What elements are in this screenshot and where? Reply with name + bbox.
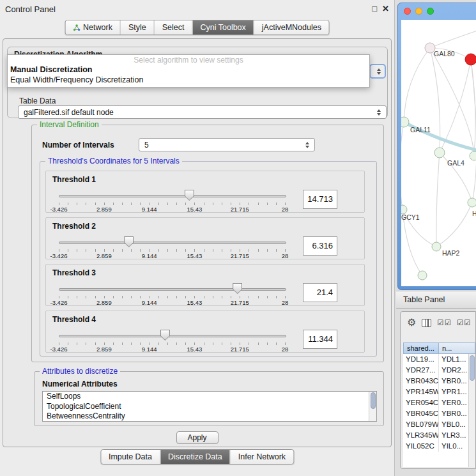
axis-tick-label: 28 (282, 206, 289, 213)
tab-select[interactable]: Select (154, 20, 192, 35)
table-row[interactable]: YPR145WYPR1... (403, 387, 468, 397)
tab-jactivemnodules[interactable]: jActiveMNodules (254, 20, 329, 35)
column-header[interactable]: n... (439, 342, 475, 354)
table-row[interactable]: YER054CYER0... (403, 397, 468, 408)
attributes-scrollbar[interactable] (369, 392, 376, 421)
slider-thumb[interactable] (185, 190, 194, 201)
network-node[interactable] (401, 117, 409, 127)
thresholds-group: Threshold's Coordinates for 5 Intervals … (40, 161, 377, 357)
checkbox-icon: ☑ (457, 318, 463, 327)
table-cell: YER054C (403, 397, 439, 408)
network-edge[interactable] (471, 59, 475, 156)
network-node-label: GAL11 (410, 126, 431, 134)
slider-track[interactable] (59, 288, 286, 291)
attribute-item[interactable]: TopologicalCoefficient (43, 402, 376, 412)
threshold-slider[interactable]: -3.4262.8599.14415.4321.71528 (51, 233, 294, 259)
checkbox-icon: ☑ (437, 318, 443, 327)
slider-thumb[interactable] (233, 283, 242, 294)
tab-discretize-data[interactable]: Discretize Data (160, 450, 230, 464)
numerical-attributes-list: SelfLoopsTopologicalCoefficientBetweenne… (42, 391, 377, 422)
stepper-arrows-icon (377, 109, 381, 116)
network-edge[interactable] (430, 30, 476, 48)
algorithm-option-manual-discretization[interactable]: Manual Discretization (8, 65, 369, 75)
select-columns-icon[interactable]: ☑☑ (437, 318, 451, 327)
float-window-icon[interactable]: □ (372, 4, 377, 13)
apply-button[interactable]: Apply (176, 431, 219, 444)
thresholds-group-title: Threshold's Coordinates for 5 Intervals (45, 157, 182, 165)
algorithm-combobox-stepper[interactable] (369, 64, 386, 79)
network-node[interactable] (418, 271, 427, 280)
tab-cyni-toolbox[interactable]: Cyni Toolbox (192, 20, 253, 35)
table-scrollbar[interactable] (468, 354, 475, 467)
tab-network[interactable]: Network (65, 20, 120, 35)
network-canvas[interactable]: GAL80GAL11GAL4GCY1HHAP2 (401, 20, 476, 286)
network-node-label: HAP2 (442, 249, 460, 257)
table-row[interactable]: YBR043CYBR0... (403, 376, 468, 387)
attribute-item[interactable]: SelfLoops (43, 392, 376, 402)
slider-tick-labels: -3.4262.8599.14415.4321.71528 (59, 346, 285, 353)
slider-thumb[interactable] (160, 330, 170, 341)
threshold-slider[interactable]: -3.4262.8599.14415.4321.71528 (51, 186, 294, 213)
close-window-icon[interactable]: ✕ (382, 4, 389, 13)
network-edge[interactable] (436, 153, 440, 247)
threshold-value-field[interactable]: 21.4 (303, 283, 337, 302)
interval-definition-group: Interval Definition Number of Intervals … (31, 125, 384, 362)
network-edge[interactable] (404, 48, 430, 122)
threshold-value-field[interactable]: 6.316 (303, 236, 337, 256)
table-cell: YPR1... (439, 387, 468, 397)
axis-tick-label: 9.144 (142, 346, 157, 353)
scrollbar-thumb[interactable] (371, 392, 376, 409)
axis-tick-label: 15.43 (187, 346, 203, 353)
network-node-label: GAL4 (447, 159, 464, 167)
network-node[interactable] (470, 151, 476, 160)
attributes-group-title: Attributes to discretize (40, 367, 120, 376)
network-edge[interactable] (401, 122, 404, 210)
table-row[interactable]: YBL079WYBL0... (403, 419, 468, 430)
stepper-arrows-icon (305, 142, 309, 148)
tab-label: Impute Data (109, 452, 152, 461)
threshold-slider[interactable]: -3.4262.8599.14415.4321.71528 (51, 326, 294, 353)
table-data-value: galFiltered.sif default node (24, 108, 114, 117)
threshold-slider[interactable]: -3.4262.8599.14415.4321.71528 (51, 279, 294, 306)
attribute-item[interactable]: BetweennessCentrality (43, 411, 376, 422)
table-row[interactable]: YDL19...YDL1... (403, 354, 468, 365)
slider-track[interactable] (59, 335, 286, 337)
threshold-value-field[interactable]: 14.713 (303, 190, 337, 209)
zoom-traffic-light[interactable] (427, 8, 434, 15)
column-header[interactable]: shared... (403, 342, 439, 354)
slider-thumb[interactable] (124, 236, 134, 247)
table-rows: YDL19...YDL1...YDR27...YDR2...YBR043CYBR… (403, 354, 468, 467)
numerical-attributes-label: Numerical Attributes (42, 380, 118, 388)
columns-icon[interactable] (422, 319, 431, 327)
table-header: shared...n... (403, 342, 475, 354)
network-node[interactable] (432, 242, 441, 251)
network-node[interactable] (465, 54, 476, 65)
tab-style[interactable]: Style (120, 20, 154, 35)
table-data-combobox[interactable]: galFiltered.sif default node (18, 105, 387, 119)
tab-infer-network[interactable]: Infer Network (230, 450, 293, 464)
network-node[interactable] (401, 205, 407, 214)
window-title: Control Panel (5, 4, 56, 14)
tab-impute-data[interactable]: Impute Data (101, 450, 160, 464)
select-rows-icon[interactable]: ☑☑ (457, 318, 471, 327)
network-edge[interactable] (436, 203, 472, 247)
network-node[interactable] (468, 198, 476, 207)
scrollbar-thumb[interactable] (470, 355, 475, 381)
threshold-value-field[interactable]: 11.344 (303, 330, 337, 349)
network-node[interactable] (434, 148, 445, 158)
number-of-intervals-combobox[interactable]: 5 (139, 138, 315, 151)
table-cell: YDR2... (439, 365, 468, 376)
axis-tick-label: 15.43 (187, 206, 203, 213)
table-row[interactable]: YBR045CYBR0... (403, 408, 468, 419)
axis-tick-label: 9.144 (142, 299, 157, 306)
table-cell: YER0... (439, 397, 468, 408)
close-traffic-light[interactable] (404, 8, 411, 15)
minimize-traffic-light[interactable] (415, 8, 422, 15)
table-row[interactable]: YDR27...YDR2... (403, 365, 468, 376)
algorithm-option-equal-width-frequency-discretization[interactable]: Equal Width/Frequency Discretization (8, 75, 369, 85)
slider-track[interactable] (59, 242, 286, 244)
table-row[interactable]: YLR345WYLR3... (403, 430, 468, 441)
gear-icon[interactable]: ⚙ (407, 318, 416, 328)
slider-track[interactable] (59, 195, 286, 197)
table-row[interactable]: YIL052CYIL0... (403, 441, 468, 452)
